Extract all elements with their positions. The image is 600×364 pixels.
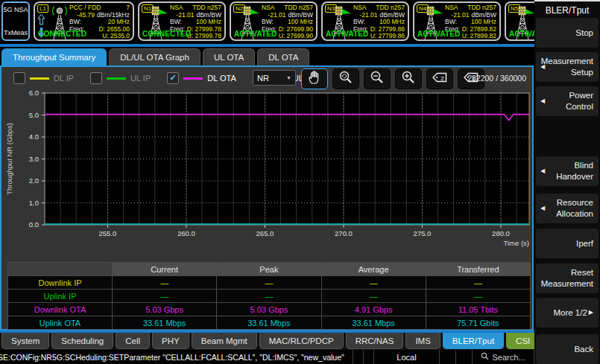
bottom-tab-system[interactable]: System	[1, 333, 49, 349]
cell-status-box-n2[interactable]: N2NSATDD n257-21.01dBm/BWBW:100 MHzFreq:…	[230, 1, 318, 41]
freq-ul-value: U: 27799.86	[370, 33, 405, 40]
table-header-transferred: Transferred	[426, 263, 530, 276]
row-value: 33.61 Mbps	[217, 316, 321, 330]
row-value: 33.61 Mbps	[113, 316, 217, 330]
legend-checkbox-ul-ip[interactable]	[90, 72, 102, 84]
tech-selector-dropdown[interactable]: NR ▼	[253, 70, 296, 86]
cell-status-box-n5[interactable]: N5ACTIVATED	[505, 1, 534, 41]
tech-selector-value: NR	[257, 74, 269, 83]
search-icon	[481, 352, 489, 362]
svg-text:2: 2	[440, 75, 444, 82]
row-label: Uplink IP	[8, 290, 113, 303]
view-tab-bar: Throughput SummaryDL/UL OTA GraphUL OTAD…	[1, 48, 309, 66]
cell-status-label: ACTIVATED	[417, 30, 461, 38]
sidebar-button-stop[interactable]: Stop	[536, 18, 599, 48]
cell-status-box-n4[interactable]: N4NSATDD n257-21.01dBm/BWBW:100 MHzFreq:…	[413, 1, 501, 41]
sidebar-button-label: Back	[574, 344, 593, 355]
cell-status-box-n1[interactable]: N1NSATDD n257-21.01dBm/BWBW:100 MHzFreq:…	[138, 1, 226, 41]
sample-counter: 282200 / 360000	[467, 74, 526, 83]
legend-item-dl-ip: DL IP	[13, 72, 74, 84]
svg-text:265.0: 265.0	[256, 229, 274, 237]
submenu-left-arrow-icon: ◀	[540, 205, 545, 212]
row-value: 5.03 Gbps	[113, 303, 217, 316]
submenu-left-arrow-icon: ◀	[540, 98, 545, 105]
cell-status-label: CONNECTED	[38, 30, 86, 38]
table-header-average: Average	[321, 263, 426, 276]
bottom-tab-cell[interactable]: Cell	[116, 333, 150, 349]
search-placeholder: Search...	[492, 353, 525, 362]
row-value: —	[113, 290, 217, 303]
row-value: 33.61 Mbps	[321, 316, 426, 330]
row-label: Uplink OTA	[8, 316, 113, 330]
sidebar-button-label: Blind Handover	[541, 160, 593, 182]
table-row-uplink-ota: Uplink OTA33.61 Mbps33.61 Mbps33.61 Mbps…	[8, 316, 531, 330]
status-bar: SE:CONFig:NR5G:SCHeduling:SETParameter "…	[0, 350, 534, 364]
cell-status-label: ACTIVATED	[326, 30, 369, 38]
submenu-left-arrow-icon: ◀	[540, 63, 545, 71]
legend-item-ul-ip: UL IP	[90, 72, 151, 84]
row-value: —	[321, 276, 426, 290]
table-header: CurrentPeakAverageTransferred	[8, 263, 531, 276]
svg-text:6.0: 6.0	[29, 89, 39, 97]
sidebar-button-measurement-setup[interactable]: ◀Measurement Setup	[536, 52, 599, 82]
throughput-chart[interactable]: 255.0260.0265.0270.0275.0280.00.01.02.03…	[1, 86, 534, 252]
sidebar-button-label: Reset Measurement	[541, 267, 593, 290]
sidebar-button-resource-allocation[interactable]: ◀Resource Allocation	[536, 194, 599, 223]
submenu-left-arrow-icon: ◀	[540, 167, 545, 175]
status-segment	[455, 350, 472, 364]
tab-throughput-summary[interactable]: Throughput Summary	[1, 48, 107, 66]
sidebar-button-label: Iperf	[576, 238, 593, 249]
sidebar-button-more-1-2[interactable]: More 1/2▶	[536, 298, 599, 328]
cell-status-label: CONNECTED	[142, 30, 191, 38]
tab-dl-ota[interactable]: DL OTA	[257, 48, 309, 66]
bottom-tab-phy[interactable]: PHY	[152, 333, 189, 349]
mode-line2: TxMeas	[4, 29, 28, 36]
table-header-peak: Peak	[217, 263, 321, 276]
row-value: 75.71 Gbits	[426, 316, 530, 330]
legend-checkbox-dl-ota[interactable]: ✓	[167, 72, 179, 84]
bottom-tab-rrc-nas[interactable]: RRC/NAS	[346, 333, 404, 349]
bottom-tab-scheduling[interactable]: Scheduling	[51, 333, 113, 349]
status-segment	[439, 350, 455, 364]
tab-ul-ota[interactable]: UL OTA	[203, 48, 255, 66]
table-body: Downlink IP————Uplink IP————Downlink OTA…	[8, 276, 531, 330]
mode-line1: 5G NSA	[3, 6, 28, 13]
sidebar-button-label: Power Control	[541, 90, 593, 112]
legend-line-swatch	[30, 77, 49, 80]
freq-ul-value: U: 27699.90	[279, 33, 313, 40]
sidebar-button-label: More 1/2	[553, 307, 587, 319]
row-value: 4.91 Gbps	[321, 303, 426, 316]
softkey-sidebar: BLER/Tput Stop◀Measurement Setup◀Power C…	[534, 0, 600, 364]
cell-status-box-l1[interactable]: L1PCC / FDD7-45.79dBm/15kHzBW:20 MHzFreq…	[34, 1, 134, 41]
cell-status-box-n3[interactable]: N3NSATDD n257-21.01dBm/BWBW:100 MHzFreq:…	[321, 1, 409, 41]
sidebar-button-iperf[interactable]: Iperf	[536, 229, 599, 258]
tab-dl-ul-ota-graph[interactable]: DL/UL OTA Graph	[109, 48, 200, 66]
status-segment	[353, 350, 363, 364]
sidebar-button-power-control[interactable]: ◀Power Control	[536, 86, 599, 116]
svg-text:5.0: 5.0	[29, 111, 39, 119]
table-header-current: Current	[113, 263, 217, 276]
cell-status-strip: 5G NSA TxMeas L1PCC / FDD7-45.79dBm/15kH…	[0, 0, 534, 44]
table-row-uplink-ip: Uplink IP————	[8, 290, 531, 303]
local-button[interactable]: Local	[373, 350, 439, 364]
bottom-tab-ims[interactable]: IMS	[405, 333, 440, 349]
table-row-downlink-ota: Downlink OTA5.03 Gbps5.03 Gbps4.91 Gbps1…	[8, 303, 531, 316]
legend-checkbox-dl-ip[interactable]	[13, 72, 25, 84]
row-label: Downlink OTA	[8, 303, 113, 316]
mode-box[interactable]: 5G NSA TxMeas	[1, 1, 30, 41]
scpi-command-text: SE:CONFig:NR5G:SCHeduling:SETParameter "…	[0, 353, 353, 362]
svg-text:260.0: 260.0	[177, 229, 195, 237]
bottom-tab-bler-tput[interactable]: BLER/Tput	[443, 333, 504, 349]
sidebar-button-reset-measurement[interactable]: Reset Measurement	[536, 264, 599, 293]
bottom-tab-beam-mgmt[interactable]: Beam Mgmt	[192, 333, 257, 349]
row-value: 5.03 Gbps	[217, 303, 321, 316]
freq-ul-value: U: 2535.0	[102, 33, 130, 40]
legend-line-swatch	[183, 77, 203, 80]
search-box[interactable]: Search...	[472, 350, 534, 364]
sidebar-button-blind-handover[interactable]: ◀Blind Handover	[536, 156, 599, 186]
row-value: —	[217, 276, 321, 290]
legend-label: DL IP	[54, 74, 74, 83]
throughput-table: CurrentPeakAverageTransferred Downlink I…	[7, 262, 531, 330]
bottom-tab-mac-rlc-pdcp[interactable]: MAC/RLC/PDCP	[259, 333, 344, 349]
sidebar-button-back[interactable]: Back	[536, 334, 599, 364]
